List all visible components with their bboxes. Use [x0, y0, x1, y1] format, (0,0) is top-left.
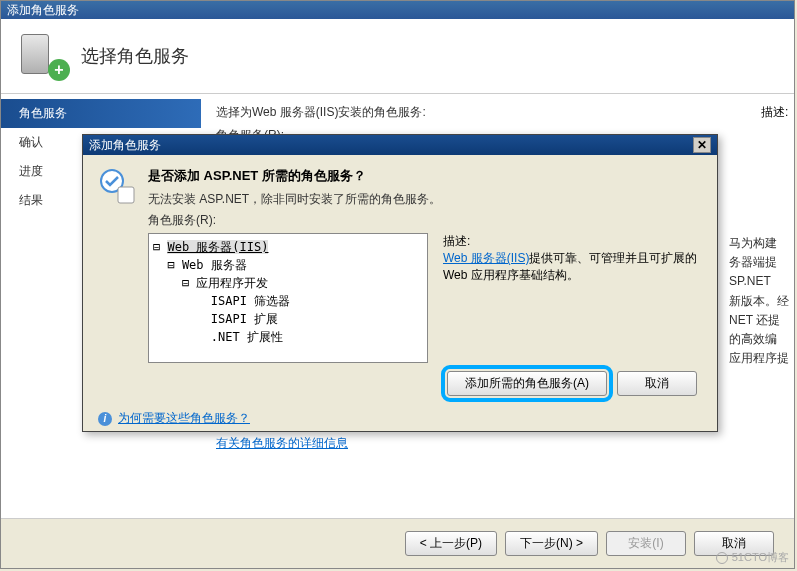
- desc-link[interactable]: Web 服务器(IIS): [443, 251, 529, 265]
- content-prompt: 选择为Web 服务器(IIS)安装的角色服务:: [216, 104, 779, 121]
- tree-line: .NET 扩展性: [153, 328, 423, 346]
- tree-line: ISAPI 筛选器: [153, 292, 423, 310]
- partial-description: 马为构建 务器端提 SP.NET 新版本。经 NET 还提 的高效编 应用程序提: [729, 234, 789, 368]
- watermark-text: 51CTO博客: [732, 550, 789, 565]
- install-button: 安装(I): [606, 531, 686, 556]
- tree-line: ⊟ 应用程序开发: [153, 274, 423, 292]
- dialog-heading: 是否添加 ASP.NET 所需的角色服务？: [148, 167, 702, 185]
- dialog-body: 是否添加 ASP.NET 所需的角色服务？ 无法安装 ASP.NET，除非同时安…: [83, 155, 717, 363]
- info-icon: i: [98, 412, 112, 426]
- dialog-title: 添加角色服务: [89, 137, 161, 154]
- add-required-button[interactable]: 添加所需的角色服务(A): [447, 371, 607, 396]
- svg-rect-1: [118, 187, 134, 203]
- server-add-icon: +: [21, 34, 66, 79]
- tree-root[interactable]: Web 服务器(IIS): [167, 240, 268, 254]
- wizard-heading: 选择角色服务: [81, 44, 189, 68]
- dialog-help: i 为何需要这些角色服务？: [83, 404, 717, 433]
- dialog-content: 是否添加 ASP.NET 所需的角色服务？ 无法安装 ASP.NET，除非同时安…: [148, 167, 702, 351]
- wizard-icon: [98, 167, 138, 207]
- dependency-description: 描述: Web 服务器(IIS)提供可靠、可管理并且可扩展的 Web 应用程序基…: [443, 233, 702, 363]
- sidebar-item-role-services[interactable]: 角色服务: [1, 99, 201, 128]
- detail-link[interactable]: 有关角色服务的详细信息: [216, 435, 348, 452]
- watermark: 51CTO博客: [716, 550, 789, 565]
- sidebar-item-label: 进度: [19, 164, 43, 178]
- desc-label: 描述:: [761, 104, 788, 121]
- wizard-header: + 选择角色服务: [1, 19, 794, 94]
- sidebar-item-label: 结果: [19, 193, 43, 207]
- tree-line: ISAPI 扩展: [153, 310, 423, 328]
- sidebar-item-label: 确认: [19, 135, 43, 149]
- dialog-services-label: 角色服务(R):: [148, 212, 702, 229]
- dependency-tree[interactable]: ⊟ Web 服务器(IIS) ⊟ Web 服务器 ⊟ 应用程序开发 ISAPI …: [148, 233, 428, 363]
- wizard-footer: < 上一步(P) 下一步(N) > 安装(I) 取消: [1, 518, 794, 568]
- close-icon[interactable]: ✕: [693, 137, 711, 153]
- help-link[interactable]: 为何需要这些角色服务？: [118, 410, 250, 427]
- dialog-buttons: 添加所需的角色服务(A) 取消: [83, 363, 717, 404]
- prev-button[interactable]: < 上一步(P): [405, 531, 497, 556]
- add-role-dialog: 添加角色服务 ✕ 是否添加 ASP.NET 所需的角色服务？ 无法安装 ASP.…: [82, 134, 718, 432]
- main-titlebar[interactable]: 添加角色服务: [1, 1, 794, 19]
- sidebar-item-label: 角色服务: [19, 106, 67, 120]
- next-button[interactable]: 下一步(N) >: [505, 531, 598, 556]
- dialog-message: 无法安装 ASP.NET，除非同时安装了所需的角色服务。: [148, 191, 702, 208]
- watermark-icon: [716, 552, 728, 564]
- main-title: 添加角色服务: [7, 2, 79, 19]
- dialog-titlebar[interactable]: 添加角色服务 ✕: [83, 135, 717, 155]
- desc-label: 描述:: [443, 233, 702, 250]
- dialog-cancel-button[interactable]: 取消: [617, 371, 697, 396]
- tree-line: ⊟ Web 服务器: [153, 256, 423, 274]
